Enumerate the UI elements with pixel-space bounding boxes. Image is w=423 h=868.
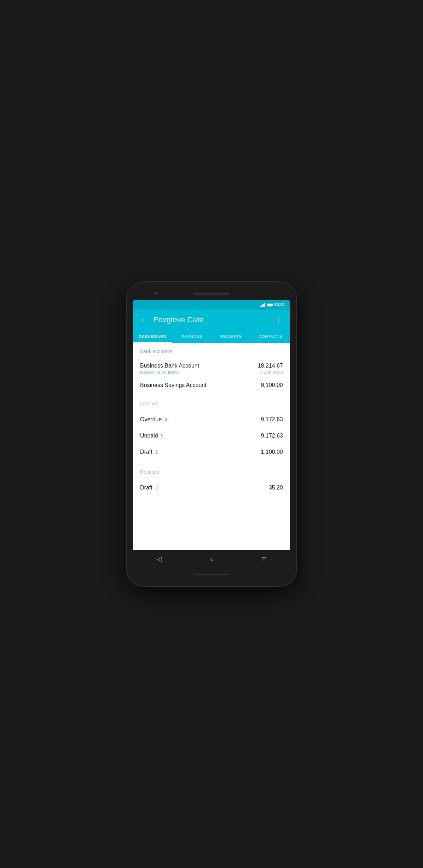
tabs-bar: DASHBOARD INVOICES RECEIPTS CONTACTS xyxy=(133,330,290,343)
status-bar: 10:01 xyxy=(133,300,290,310)
invoices-unpaid-count: 9 xyxy=(161,433,164,439)
bank-account-item-2[interactable]: Business Savings Account 9,100.00 xyxy=(140,379,283,392)
back-button[interactable]: ← xyxy=(139,314,149,326)
bank-accounts-title: Bank accounts xyxy=(140,348,283,354)
bank-account-2-right: 9,100.00 xyxy=(261,382,283,388)
status-icons: 10:01 xyxy=(260,302,285,307)
phone-bottom xyxy=(133,570,290,580)
tab-contacts[interactable]: CONTACTS xyxy=(251,330,290,343)
bank-account-1-right: 18,214.67 2 Jun 2016 xyxy=(258,363,283,375)
phone-frame: 10:01 ← Foxglove Cafe ⋮ DASHBOARD INVOIC… xyxy=(127,282,296,586)
invoices-overdue-row[interactable]: Overdue 9 9,172.63 xyxy=(140,411,283,428)
svg-marker-0 xyxy=(260,303,265,307)
receipts-draft-label: Draft xyxy=(140,485,152,491)
phone-screen: 10:01 ← Foxglove Cafe ⋮ DASHBOARD INVOIC… xyxy=(133,300,290,568)
invoices-unpaid-label-group: Unpaid 9 xyxy=(140,433,164,439)
bank-account-2-value: 9,100.00 xyxy=(261,382,283,388)
invoices-overdue-label: Overdue xyxy=(140,416,162,423)
invoices-overdue-count: 9 xyxy=(164,417,167,422)
nav-recent-button[interactable]: □ xyxy=(262,556,266,563)
invoices-overdue-label-group: Overdue 9 xyxy=(140,416,167,423)
tab-invoices[interactable]: INVOICES xyxy=(172,330,212,343)
status-time: 10:01 xyxy=(274,302,285,307)
bank-account-item-1[interactable]: Business Bank Account Reconcile 28 items… xyxy=(140,359,283,379)
bank-account-1-left: Business Bank Account Reconcile 28 items xyxy=(140,363,199,375)
content-area: Bank accounts Business Bank Account Reco… xyxy=(133,343,290,550)
invoices-draft-label-group: Draft 2 xyxy=(140,449,158,455)
receipts-title: Receipts xyxy=(140,469,283,475)
invoices-section: Invoices Overdue 9 9,172.63 Unpaid 9 9,1… xyxy=(133,395,290,463)
app-title: Foxglove Cafe xyxy=(153,315,269,324)
bank-account-1-date: 2 Jun 2016 xyxy=(258,370,283,375)
nav-back-button[interactable]: ◁ xyxy=(157,555,162,563)
speaker xyxy=(194,292,229,295)
bank-account-2-name: Business Savings Account xyxy=(140,382,207,388)
invoices-draft-count: 2 xyxy=(155,449,158,455)
bank-accounts-section: Bank accounts Business Bank Account Reco… xyxy=(133,343,290,395)
invoices-unpaid-row[interactable]: Unpaid 9 9,172.63 xyxy=(140,428,283,444)
receipts-draft-value: 35.20 xyxy=(269,485,283,491)
bottom-nav: ◁ ○ □ xyxy=(133,550,290,568)
invoices-unpaid-value: 9,172.63 xyxy=(261,433,283,439)
camera xyxy=(154,292,158,295)
bank-account-1-sub: Reconcile 28 items xyxy=(140,370,199,375)
invoices-unpaid-label: Unpaid xyxy=(140,433,158,439)
receipts-section: Receipts Draft 2 35.20 xyxy=(133,463,290,499)
invoices-overdue-value: 9,172.63 xyxy=(261,416,283,423)
invoices-draft-value: 1,100.00 xyxy=(261,449,283,455)
signal-icon xyxy=(260,303,265,307)
nav-home-button[interactable]: ○ xyxy=(210,556,214,563)
tab-dashboard[interactable]: DASHBOARD xyxy=(133,330,172,343)
invoices-draft-label: Draft xyxy=(140,449,152,455)
bank-account-1-name: Business Bank Account xyxy=(140,363,199,369)
bank-account-2-left: Business Savings Account xyxy=(140,382,207,388)
phone-top xyxy=(133,288,290,298)
invoices-title: Invoices xyxy=(140,401,283,406)
receipts-draft-row[interactable]: Draft 2 35.20 xyxy=(140,480,283,496)
app-bar: ← Foxglove Cafe ⋮ xyxy=(133,310,290,330)
more-button[interactable]: ⋮ xyxy=(273,316,284,323)
receipts-draft-count: 2 xyxy=(155,485,158,491)
battery-icon xyxy=(267,303,272,306)
home-bar xyxy=(194,574,229,575)
tab-receipts[interactable]: RECEIPTS xyxy=(212,330,251,343)
bank-account-1-value: 18,214.67 xyxy=(258,363,283,369)
receipts-draft-label-group: Draft 2 xyxy=(140,485,158,491)
invoices-draft-row[interactable]: Draft 2 1,100.00 xyxy=(140,444,283,460)
